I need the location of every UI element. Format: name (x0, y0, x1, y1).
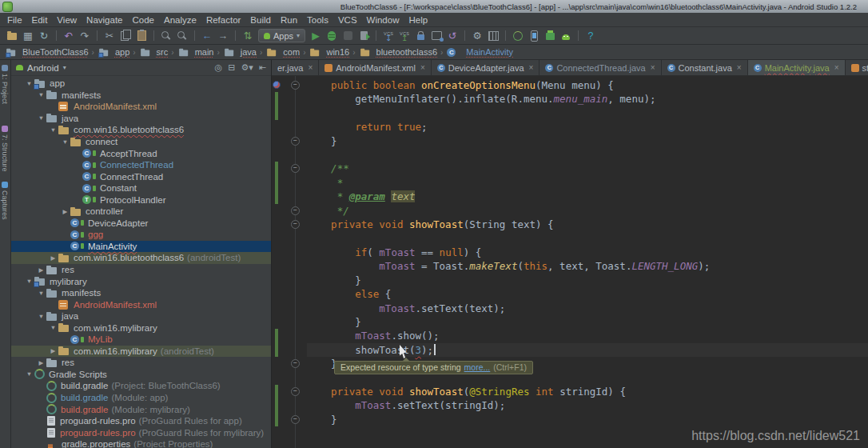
tree-row[interactable]: CMyLib (11, 334, 271, 346)
menu-view[interactable]: View (52, 15, 82, 25)
tree-row[interactable]: Cggg (11, 229, 271, 241)
code-line[interactable] (272, 106, 868, 120)
code-line[interactable]: − } (272, 134, 868, 148)
tree-row[interactable]: ▼com.win16.bluetoothclass6 (11, 124, 271, 136)
tree-row[interactable]: ▼Gradle Scripts (11, 369, 271, 381)
code-line[interactable]: * (272, 176, 868, 190)
close-icon[interactable]: × (529, 63, 534, 72)
twisty-icon[interactable]: ▼ (61, 138, 70, 146)
twisty-icon[interactable]: ▼ (25, 80, 34, 87)
find-icon[interactable] (159, 29, 173, 43)
gradle-sync-icon[interactable] (511, 29, 525, 43)
tree-row[interactable]: ▼java (11, 310, 271, 322)
copy-icon[interactable] (118, 29, 133, 43)
code-line[interactable]: } (272, 274, 868, 287)
breadcrumb-item-win16[interactable]: win16 (309, 47, 349, 58)
twisty-icon[interactable]: ▶ (61, 208, 70, 215)
tree-row[interactable]: ▶com.win16.bluetoothclass6(androidTest) (11, 252, 271, 264)
code-editor[interactable]: − public boolean onCreateOptionsMenu(Men… (272, 76, 868, 448)
run-with-coverage-icon[interactable] (340, 29, 355, 43)
redo-icon[interactable]: ↷ (78, 29, 92, 43)
fold-marker-icon[interactable]: − (291, 220, 300, 229)
breadcrumb-item-src[interactable]: src (139, 47, 169, 58)
paste-icon[interactable] (134, 29, 149, 43)
avd-manager-icon[interactable] (527, 29, 541, 43)
menu-refactor[interactable]: Refactor (201, 15, 245, 25)
open-file-icon[interactable] (5, 29, 19, 43)
breadcrumb-item-app[interactable]: app (98, 47, 129, 58)
twisty-icon[interactable]: ▼ (25, 370, 34, 378)
code-line[interactable]: − } (272, 413, 868, 426)
fold-marker-icon[interactable]: − (291, 415, 300, 424)
tree-row[interactable]: proguard-rules.pro(ProGuard Rules for ap… (11, 415, 271, 427)
code-line[interactable]: getMenuInflater().inflate(R.menu.menu_ma… (272, 92, 868, 106)
tool-button-project[interactable]: 1: Project (1, 65, 9, 104)
breadcrumb-item-com[interactable]: com (265, 47, 300, 58)
close-icon[interactable]: × (651, 63, 655, 72)
attach-debugger-icon[interactable] (356, 29, 371, 43)
code-line[interactable]: else { (272, 287, 868, 301)
close-icon[interactable]: × (308, 63, 313, 72)
fold-marker-icon[interactable]: − (291, 206, 300, 215)
tree-row[interactable]: ▼java (11, 113, 271, 125)
code-line[interactable]: } (272, 315, 868, 329)
tree-row[interactable]: ▶com.win16.mylibrary(androidTest) (11, 346, 271, 358)
project-view-selector[interactable]: Android (27, 63, 59, 73)
tree-row[interactable]: CAcceptThread (11, 147, 271, 159)
tree-row[interactable]: AndroidManifest.xml (11, 101, 271, 113)
tree-row[interactable]: ▼manifests (11, 287, 271, 299)
tab-androidmanifest-xml[interactable]: AndroidManifest.xml× (319, 60, 432, 75)
tree-row[interactable]: build.gradle(Project: BlueToothClass6) (11, 380, 271, 392)
project-collapse-all-icon[interactable]: ⊟ (228, 62, 235, 73)
run-icon[interactable]: ▶ (309, 29, 323, 43)
tree-row[interactable]: CMainActivity (11, 241, 271, 253)
save-all-icon[interactable]: ▦ (21, 29, 35, 43)
close-icon[interactable]: × (737, 63, 742, 72)
tab-deviceadapter-java[interactable]: CDeviceAdapter.java× (432, 60, 540, 75)
tree-row[interactable]: TProtocolHandler (11, 194, 271, 206)
twisty-icon[interactable]: ▼ (37, 91, 46, 98)
code-line[interactable] (272, 148, 868, 162)
menu-tools[interactable]: Tools (302, 15, 333, 25)
code-line[interactable]: showToast(3); (272, 343, 868, 357)
tree-row[interactable]: CConstant (11, 182, 271, 194)
tree-row[interactable]: build.gradle(Module: app) (11, 392, 271, 404)
code-line[interactable]: − public boolean onCreateOptionsMenu(Men… (272, 78, 868, 92)
menu-run[interactable]: Run (276, 15, 302, 25)
tree-row[interactable]: CConnectThread (11, 170, 271, 182)
code-line[interactable]: − /** (272, 162, 868, 175)
code-line[interactable]: − */ (272, 204, 868, 218)
vcs-shelve-icon[interactable] (429, 29, 444, 43)
code-line[interactable]: − private void showToast(String text) { (272, 218, 868, 231)
menu-navigate[interactable]: Navigate (82, 15, 127, 25)
fold-marker-icon[interactable]: − (291, 359, 300, 368)
project-gear-menu-icon[interactable]: ⚙▾ (241, 62, 253, 73)
project-structure-icon[interactable] (486, 29, 500, 43)
tree-row[interactable]: ▼connect (11, 136, 271, 148)
code-line[interactable]: − private void showToast(@StringRes int … (272, 385, 868, 398)
code-line[interactable]: mToast = Toast.makeText(this, text, Toas… (272, 259, 868, 273)
chevron-down-icon[interactable]: ▾ (63, 64, 66, 71)
menu-analyze[interactable]: Analyze (159, 15, 201, 25)
code-line[interactable]: mToast.setText(stringId); (272, 398, 868, 412)
twisty-icon[interactable]: ▼ (37, 313, 46, 320)
cut-icon[interactable]: ✂ (102, 29, 117, 43)
twisty-icon[interactable]: ▶ (37, 266, 46, 274)
code-line[interactable]: return true; (272, 120, 868, 134)
menu-edit[interactable]: Edit (27, 15, 53, 25)
code-line[interactable]: mToast.setText(text); (272, 302, 868, 315)
tab-er-java[interactable]: er.java× (272, 60, 319, 75)
run-config-toggle-icon[interactable]: ⇅ (241, 29, 255, 43)
vcs-lock-icon[interactable] (413, 29, 428, 43)
android-device-monitor-icon[interactable] (559, 29, 573, 43)
twisty-icon[interactable]: ▼ (37, 290, 46, 297)
back-icon[interactable]: ← (200, 29, 214, 43)
tab-connectedthread-java[interactable]: CConnectedThread.java× (540, 60, 661, 75)
tree-row[interactable]: CConnectedThread (11, 159, 271, 171)
menu-file[interactable]: File (2, 15, 27, 25)
tree-row[interactable]: AndroidManifest.xml (11, 298, 271, 310)
twisty-icon[interactable]: ▼ (25, 278, 34, 285)
tooltip-more-link[interactable]: more... (464, 362, 491, 372)
tree-row[interactable]: CDeviceAdapter (11, 218, 271, 230)
twisty-icon[interactable]: ▶ (49, 347, 58, 354)
